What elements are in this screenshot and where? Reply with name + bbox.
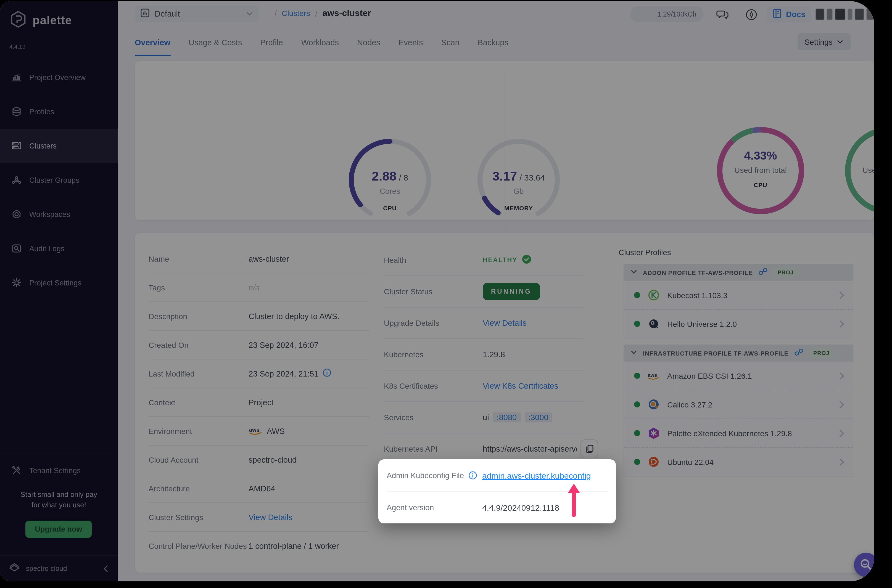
agent-version-value: 4.4.9/20240912.1118 [482, 503, 559, 512]
info-icon[interactable] [469, 471, 477, 480]
pointer-arrow [567, 484, 581, 520]
agent-version-label: Agent version [387, 503, 434, 512]
page: palette 4.4.19 Project Overview Profiles… [0, 0, 892, 588]
admin-kubeconfig-label: Admin Kubeconfig File [387, 471, 464, 480]
admin-kubeconfig-link[interactable]: admin.aws-cluster.kubeconfig [482, 471, 591, 480]
